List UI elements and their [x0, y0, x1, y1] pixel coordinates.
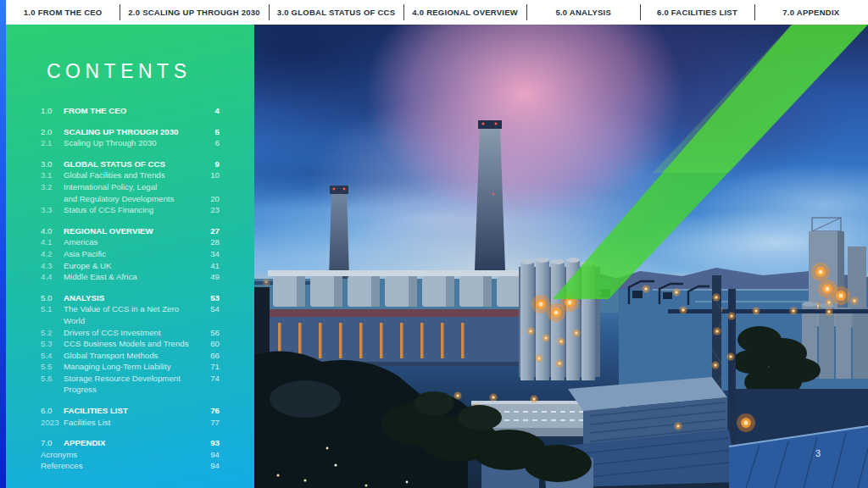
toc-entry-label: Europe & UK [64, 260, 198, 272]
toc-row[interactable]: 5.1 The Value of CCS in a Net Zero World… [41, 303, 220, 326]
toc-entry-number: 5.4 [41, 350, 64, 362]
toc-entry-page: 41 [198, 260, 220, 272]
toc-row[interactable]: 3.2 International Policy, Legal [41, 181, 220, 193]
toc-row[interactable]: 4.3 Europe & UK 41 [41, 260, 220, 272]
toc-entry-page [198, 181, 220, 193]
toc-entry-page: 74 [198, 373, 220, 396]
toc-entry-number: 2023 [41, 417, 64, 429]
toc-entry-number: 3.2 [41, 181, 64, 193]
top-navigation: 1.0 FROM THE CEO 2.0 SCALING UP THROUGH … [6, 0, 868, 25]
toc-entry-page: 71 [198, 361, 220, 373]
toc-entry-label: CCS Business Models and Trends [64, 338, 198, 350]
toc-entry-page: 94 [198, 449, 220, 461]
toc-row[interactable]: 5.5 Managing Long-Term Liability 71 [41, 361, 220, 373]
toc-row[interactable]: 6.0 FACILITIES LIST 76 [41, 405, 220, 417]
toc-row[interactable]: 5.3 CCS Business Models and Trends 60 [41, 338, 220, 350]
toc-entry-page: 5 [198, 126, 220, 138]
toc-entry-number: 6.0 [41, 405, 64, 417]
toc-entry-label: References [41, 460, 198, 472]
toc-entry-page: 66 [198, 350, 220, 362]
toc-entry-number: 5.0 [41, 292, 64, 304]
toc-entry-label: Storage Resource Development Progress [64, 373, 198, 396]
toc-entry-number: 5.6 [41, 373, 64, 396]
toc-entry-page: 27 [198, 225, 220, 237]
hero-photo-illustration [254, 25, 868, 488]
toc-entry-number: 7.0 [41, 437, 64, 449]
toc-row[interactable]: 5.6 Storage Resource Development Progres… [41, 373, 220, 396]
toc-entry-label: Scaling Up Through 2030 [64, 137, 198, 149]
toc-row[interactable]: 5.2 Drivers of CCS Investment 56 [41, 327, 220, 339]
toc-entry-page: 28 [198, 236, 220, 248]
nav-tab-label: 7.0 APPENDIX [782, 8, 839, 17]
toc-row[interactable]: 2023 Facilities List 77 [41, 417, 220, 429]
toc-section: 6.0 FACILITIES LIST 76 2023 Facilities L… [41, 405, 220, 428]
toc-row[interactable]: and Regulatory Developments 20 [41, 193, 220, 205]
toc-row[interactable]: 4.4 Middle East & Africa 49 [41, 271, 220, 283]
toc-row[interactable]: Acronyms 94 [41, 449, 220, 461]
toc-entry-number: 4.4 [41, 271, 64, 283]
toc-entry-page: 54 [198, 303, 220, 326]
toc-entry-number: 3.3 [41, 204, 64, 216]
toc-entry-label: SCALING UP THROUGH 2030 [64, 126, 198, 138]
toc-section: 7.0 APPENDIX 93 Acronyms 94 References 9… [41, 437, 220, 472]
nav-tab[interactable]: 6.0 FACILITIES LIST [640, 0, 754, 25]
toc-section: 1.0 FROM THE CEO 4 [41, 105, 220, 117]
toc-row[interactable]: 2.0 SCALING UP THROUGH 2030 5 [41, 126, 220, 138]
toc-entry-label: Americas [64, 236, 198, 248]
nav-tab[interactable]: 3.0 GLOBAL STATUS OF CCS [269, 0, 404, 25]
toc-section: 5.0 ANALYSIS 53 5.1 The Value of CCS in … [41, 292, 220, 396]
toc-row[interactable]: 4.1 Americas 28 [41, 236, 220, 248]
contents-title: CONTENTS [47, 60, 254, 83]
nav-tab[interactable]: 1.0 FROM THE CEO [6, 0, 120, 25]
toc-entry-page: 4 [198, 105, 220, 117]
toc-entry-page: 9 [198, 158, 220, 170]
nav-tab-label: 6.0 FACILITIES LIST [657, 8, 737, 17]
toc-row[interactable]: 4.0 REGIONAL OVERVIEW 27 [41, 225, 220, 237]
toc-entry-page: 60 [198, 338, 220, 350]
toc-entry-number: 4.2 [41, 248, 64, 260]
toc-entry-page: 93 [198, 437, 220, 449]
nav-tab-label: 3.0 GLOBAL STATUS OF CCS [277, 8, 396, 17]
toc-entry-label: Global Transport Methods [64, 350, 198, 362]
nav-tab-label: 5.0 ANALYSIS [555, 8, 611, 17]
toc-entry-page: 77 [198, 417, 220, 429]
toc-list: 1.0 FROM THE CEO 4 2.0 SCALING UP THROUG… [41, 105, 220, 472]
toc-entry-page: 49 [198, 271, 220, 283]
toc-entry-label: The Value of CCS in a Net Zero World [64, 303, 198, 326]
toc-entry-number: 2.1 [41, 137, 64, 149]
toc-entry-label: GLOBAL STATUS OF CCS [64, 158, 198, 170]
toc-entry-label: FROM THE CEO [64, 105, 198, 117]
toc-entry-label: Managing Long-Term Liability [64, 361, 198, 373]
toc-entry-number [41, 193, 64, 205]
toc-entry-number: 4.1 [41, 236, 64, 248]
contents-panel: CONTENTS 1.0 FROM THE CEO 4 2.0 SCALING … [6, 25, 254, 488]
page-number: 3 [810, 448, 826, 458]
toc-row[interactable]: 2.1 Scaling Up Through 2030 6 [41, 137, 220, 149]
toc-row[interactable]: 3.0 GLOBAL STATUS OF CCS 9 [41, 158, 220, 170]
toc-row[interactable]: 3.1 Global Facilities and Trends 10 [41, 169, 220, 181]
toc-entry-number: 1.0 [41, 105, 64, 117]
toc-entry-number: 5.1 [41, 303, 64, 326]
toc-row[interactable]: 4.2 Asia Pacific 34 [41, 248, 220, 260]
toc-entry-number: 5.5 [41, 361, 64, 373]
nav-tab-label: 1.0 FROM THE CEO [24, 8, 103, 17]
toc-entry-label: APPENDIX [64, 437, 198, 449]
toc-entry-number: 2.0 [41, 126, 64, 138]
toc-row[interactable]: 5.4 Global Transport Methods 66 [41, 350, 220, 362]
toc-row[interactable]: 5.0 ANALYSIS 53 [41, 292, 220, 304]
nav-tab[interactable]: 5.0 ANALYSIS [526, 0, 640, 25]
nav-tab[interactable]: 2.0 SCALING UP THROUGH 2030 [120, 0, 268, 25]
toc-row[interactable]: 7.0 APPENDIX 93 [41, 437, 220, 449]
toc-entry-label: Middle East & Africa [64, 271, 198, 283]
toc-entry-label: Acronyms [41, 449, 198, 461]
nav-tab[interactable]: 7.0 APPENDIX [754, 0, 868, 25]
hero-photo: 3 [254, 25, 868, 488]
toc-entry-label: and Regulatory Developments [64, 193, 198, 205]
toc-row[interactable]: 3.3 Status of CCS Financing 23 [41, 204, 220, 216]
nav-tab[interactable]: 4.0 REGIONAL OVERVIEW [403, 0, 526, 25]
toc-entry-label: ANALYSIS [64, 292, 198, 304]
toc-entry-label: Global Facilities and Trends [64, 169, 198, 181]
toc-row[interactable]: References 94 [41, 460, 220, 472]
toc-section: 3.0 GLOBAL STATUS OF CCS 9 3.1 Global Fa… [41, 158, 220, 216]
toc-row[interactable]: 1.0 FROM THE CEO 4 [41, 105, 220, 117]
